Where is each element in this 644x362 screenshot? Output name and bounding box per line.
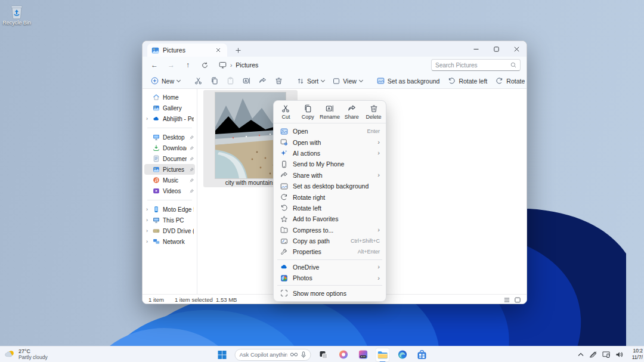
sidebar-item-onedrive-personal[interactable]: › Abhijith - Personal — [144, 113, 195, 124]
divider — [147, 200, 192, 200]
sidebar-item-music[interactable]: Music — [144, 175, 195, 185]
expand-chevron-icon[interactable]: › — [146, 206, 148, 212]
new-tab-icon[interactable] — [233, 45, 243, 55]
menu-item-open-with[interactable]: Open with › — [276, 137, 383, 147]
delete-quick-button[interactable]: Delete — [363, 103, 385, 121]
pictures-icon — [153, 166, 160, 173]
tab-title: Pictures — [163, 47, 210, 54]
dvd-drive-icon — [153, 227, 160, 234]
forward-icon[interactable]: → — [164, 58, 178, 72]
sidebar-item-gallery[interactable]: Gallery — [144, 103, 195, 113]
thumbnail-view-icon[interactable] — [515, 297, 521, 303]
cut-quick-button[interactable]: Cut — [275, 103, 297, 121]
breadcrumb[interactable]: › Pictures — [219, 61, 429, 69]
menu-item-copy-as-path[interactable]: Copy as path Ctrl+Shift+C — [276, 236, 383, 246]
maximize-button[interactable] — [486, 41, 506, 57]
up-icon[interactable]: ↑ — [181, 58, 195, 72]
pin-icon — [190, 189, 194, 193]
expand-chevron-icon[interactable]: › — [146, 217, 148, 223]
menu-item-add-to-favorites[interactable]: Add to Favorites — [276, 214, 383, 224]
sidebar-item-home[interactable]: Home — [144, 92, 195, 103]
close-button[interactable] — [506, 41, 527, 57]
search-input[interactable] — [435, 62, 510, 69]
new-button[interactable]: New — [147, 75, 184, 88]
rename-icon — [326, 104, 334, 113]
sidebar-item-downloads[interactable]: Downloads — [144, 143, 195, 153]
sidebar-item-this-pc[interactable]: › This PC — [144, 215, 195, 225]
pin-icon — [190, 157, 194, 161]
sidebar-item-phone[interactable]: › Moto Edge 50 Neo — [144, 204, 195, 215]
tab-pictures[interactable]: Pictures — [147, 44, 227, 57]
menu-item-ai-actions[interactable]: AI actions › — [276, 148, 383, 159]
volume-icon[interactable] — [615, 351, 623, 358]
set-as-background-button[interactable]: Set as background — [373, 75, 444, 88]
weather-condition: Partly cloudy — [18, 354, 48, 360]
sidebar-item-dvd-drive[interactable]: › DVD Drive (D:) CCC — [144, 225, 195, 236]
sidebar-item-network[interactable]: › Network — [144, 236, 195, 247]
copilot-vision-icon[interactable] — [290, 352, 298, 357]
minimize-button[interactable] — [466, 41, 486, 57]
start-button[interactable] — [215, 348, 230, 362]
tab-close-icon[interactable] — [213, 45, 223, 55]
share-quick-button[interactable]: Share — [340, 103, 363, 121]
menu-item-show-more-options[interactable]: Show more options — [276, 287, 383, 298]
tray-chevron-icon[interactable] — [578, 352, 584, 357]
pen-disabled-icon[interactable] — [589, 351, 597, 358]
menu-item-photos[interactable]: Photos › — [276, 273, 383, 283]
sidebar-item-desktop[interactable]: Desktop — [144, 132, 195, 143]
search-box[interactable] — [431, 59, 521, 71]
menu-item-rotate-left[interactable]: Rotate left — [276, 203, 383, 214]
copilot-icon[interactable] — [336, 348, 351, 362]
menu-item-properties[interactable]: Properties Alt+Enter — [276, 246, 383, 257]
edge-icon[interactable] — [395, 348, 410, 362]
view-button[interactable]: View — [329, 75, 366, 88]
refresh-icon[interactable] — [197, 58, 212, 72]
copilot-search-input[interactable] — [240, 351, 287, 358]
sidebar-item-pictures[interactable]: Pictures — [144, 164, 195, 175]
microphone-icon[interactable] — [301, 351, 306, 358]
menu-item-share-with[interactable]: Share with › — [276, 170, 383, 181]
sidebar-item-documents[interactable]: Documents — [144, 153, 195, 164]
delete-button[interactable] — [271, 75, 286, 88]
share-button[interactable] — [255, 75, 270, 88]
chevron-down-icon — [177, 78, 181, 82]
back-icon[interactable]: ← — [147, 58, 162, 72]
m365-copilot-icon[interactable] — [356, 348, 370, 362]
open-icon — [280, 128, 288, 135]
microsoft-store-icon[interactable] — [415, 348, 429, 362]
weather-temperature: 27°C — [18, 348, 48, 354]
rename-button[interactable] — [239, 75, 254, 88]
rotate-left-button[interactable]: Rotate left — [444, 75, 491, 88]
copy-button[interactable] — [207, 75, 222, 88]
copilot-search-box[interactable] — [235, 349, 311, 361]
details-view-icon[interactable] — [504, 297, 510, 303]
share-icon — [348, 104, 356, 113]
expand-chevron-icon[interactable]: › — [146, 239, 148, 245]
menu-item-rotate-right[interactable]: Rotate right — [276, 191, 383, 202]
menu-item-open[interactable]: Open Enter — [276, 126, 383, 137]
paste-button[interactable] — [223, 75, 238, 88]
sidebar-item-videos[interactable]: Videos — [144, 185, 195, 196]
recycle-bin-shortcut[interactable]: Recycle Bin — [2, 5, 31, 26]
copy-icon — [210, 77, 218, 85]
menu-item-set-as-desktop-background[interactable]: Set as desktop background — [276, 181, 383, 191]
file-explorer-icon[interactable] — [376, 348, 390, 362]
breadcrumb-location[interactable]: Pictures — [236, 61, 258, 69]
clock[interactable]: 10:2 11/7/ — [628, 348, 643, 360]
menu-item-send-to-my-phone[interactable]: Send to My Phone — [276, 159, 383, 169]
expand-chevron-icon[interactable]: › — [146, 228, 148, 234]
menu-item-compress-to[interactable]: Compress to... › — [276, 225, 383, 236]
menu-item-onedrive[interactable]: OneDrive › — [276, 262, 383, 273]
copy-quick-button[interactable]: Copy — [297, 103, 319, 121]
submenu-chevron-icon: › — [377, 150, 380, 156]
rotate-right-button[interactable]: Rotate right — [492, 75, 527, 88]
cast-icon[interactable] — [602, 351, 610, 358]
task-view-icon[interactable] — [317, 348, 331, 362]
paste-icon — [227, 77, 234, 85]
cut-button[interactable] — [191, 75, 206, 88]
weather-widget[interactable]: 27°C Partly cloudy — [0, 348, 48, 360]
rotate-left-icon — [448, 77, 456, 85]
rename-quick-button[interactable]: Rename — [319, 103, 341, 121]
sort-button[interactable]: Sort — [293, 75, 328, 88]
expand-chevron-icon[interactable]: › — [146, 116, 148, 122]
